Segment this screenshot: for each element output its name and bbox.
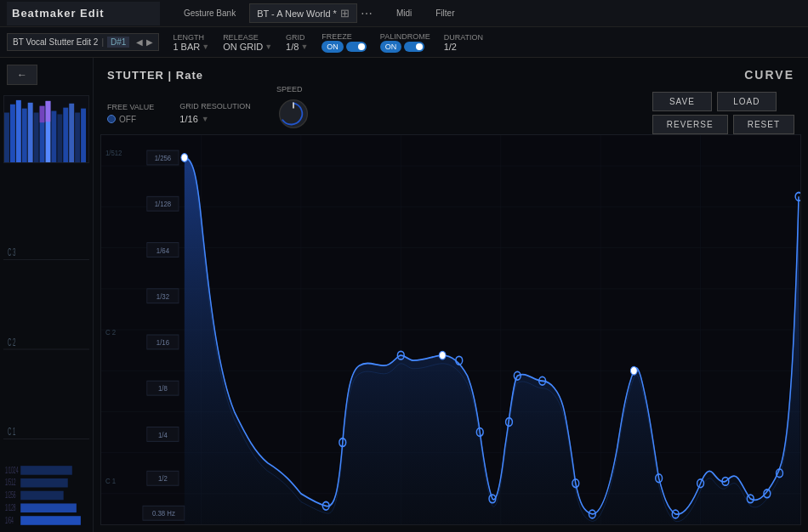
svg-text:C 1: C 1 <box>8 426 16 438</box>
logo-text: Beatmaker Edit <box>12 7 105 20</box>
grid-label: Grid <box>286 33 305 42</box>
stutter-title: STUTTER | Rate <box>107 69 203 82</box>
svg-rect-13 <box>75 113 80 163</box>
preset-name: BT - A New World * <box>257 8 337 19</box>
svg-text:1/16: 1/16 <box>156 337 169 347</box>
free-value-led[interactable] <box>107 115 116 123</box>
svg-text:1/4: 1/4 <box>158 430 168 439</box>
free-value-control: Free value OFF <box>107 103 154 124</box>
length-arrow: ▼ <box>202 42 209 51</box>
top-bar: Beatmaker Edit Gesture Bank BT - A New W… <box>0 0 808 27</box>
freeze-toggle[interactable] <box>346 42 367 52</box>
grid-value: 1/8 <box>286 42 299 52</box>
svg-rect-3 <box>16 100 21 162</box>
grid-resolution-label: Grid resolution <box>179 102 251 110</box>
length-label: Length <box>173 33 204 42</box>
svg-rect-4 <box>22 109 27 162</box>
freeze-block: Freeze ON <box>321 32 367 53</box>
svg-rect-12 <box>69 104 74 162</box>
grid-res-arrow: ▼ <box>202 115 209 123</box>
svg-rect-9 <box>51 111 56 162</box>
svg-rect-2 <box>10 105 15 162</box>
center-graph: STUTTER | Rate CURVE Free value OFF Grid… <box>94 58 808 532</box>
main-area: ← <box>0 58 808 532</box>
track-info: BT Vocal Stutter Edit 2 | D#1 ◀ ▶ <box>7 33 159 51</box>
release-value: ON GRID <box>223 42 263 52</box>
length-block: Length 1 BAR ▼ <box>173 33 209 52</box>
svg-rect-27 <box>20 503 77 512</box>
svg-text:1/256: 1/256 <box>5 490 16 500</box>
svg-rect-24 <box>20 466 72 475</box>
folder-icon: ⊞ <box>340 7 350 20</box>
preset-box[interactable]: BT - A New World * ⊞ <box>249 3 357 23</box>
svg-rect-14 <box>81 109 86 162</box>
length-value: 1 BAR <box>173 42 200 52</box>
svg-rect-1 <box>4 113 9 163</box>
svg-rect-16 <box>46 101 51 122</box>
action-buttons: SAVE LOAD REVERSE RESET <box>652 92 794 134</box>
duration-label: Duration <box>444 33 483 42</box>
svg-rect-15 <box>40 106 45 123</box>
svg-text:1/256: 1/256 <box>155 153 172 162</box>
svg-point-86 <box>630 366 637 375</box>
svg-text:1/128: 1/128 <box>5 503 16 512</box>
svg-rect-5 <box>28 103 33 162</box>
svg-text:1/8: 1/8 <box>158 384 168 393</box>
back-button[interactable]: ← <box>7 65 37 85</box>
speed-label: Speed <box>276 85 310 93</box>
svg-rect-6 <box>34 113 39 163</box>
freeze-value[interactable]: ON <box>321 41 344 53</box>
grid-resolution-control: Grid resolution 1/16 ▼ <box>179 102 251 124</box>
reset-button[interactable]: RESET <box>733 115 794 134</box>
svg-rect-26 <box>20 491 63 501</box>
free-value-label: Free value <box>107 103 154 111</box>
svg-text:1/1024: 1/1024 <box>5 466 19 475</box>
btn-row-top: SAVE LOAD <box>652 92 794 111</box>
release-label: Release <box>223 33 259 42</box>
svg-text:1/512: 1/512 <box>5 478 16 487</box>
duration-value: 1/2 <box>444 42 457 52</box>
second-bar: BT Vocal Stutter Edit 2 | D#1 ◀ ▶ Length… <box>0 27 808 58</box>
palindrome-label: Palindrome <box>380 32 430 41</box>
svg-text:C 2: C 2 <box>105 327 116 337</box>
svg-rect-11 <box>63 108 68 162</box>
svg-text:1/32: 1/32 <box>156 291 169 301</box>
speed-knob[interactable] <box>276 97 310 131</box>
svg-rect-28 <box>20 516 81 525</box>
waveform-preview <box>3 95 89 163</box>
svg-text:0.38 Hz: 0.38 Hz <box>152 509 175 518</box>
svg-text:1/64: 1/64 <box>5 516 14 525</box>
palindrome-value[interactable]: ON <box>380 41 402 53</box>
stutter-header: STUTTER | Rate CURVE <box>94 58 808 92</box>
load-button[interactable]: LOAD <box>717 92 777 111</box>
track-note: D#1 <box>107 37 129 48</box>
prev-track-icon[interactable]: ◀ <box>136 37 143 47</box>
grid-block: Grid 1/8 ▼ <box>286 33 308 52</box>
speed-control: Speed 1 <box>276 85 310 141</box>
freeze-label: Freeze <box>321 32 352 41</box>
release-block: Release ON GRID ▼ <box>223 33 272 52</box>
palindrome-block: Palindrome ON <box>380 32 430 53</box>
grid-svg: 1/512 1/256 1/128 1/64 1/32 1/16 1/8 1/4… <box>101 135 800 524</box>
preset-options-icon[interactable]: ⋯ <box>361 7 373 20</box>
free-value-val: OFF <box>119 115 136 124</box>
duration-block: Duration 1/2 <box>444 33 483 52</box>
graph-area[interactable]: 1/512 1/256 1/128 1/64 1/32 1/16 1/8 1/4… <box>100 134 801 525</box>
save-button[interactable]: SAVE <box>652 92 712 111</box>
filter-label: Filter <box>435 8 454 18</box>
mini-bar-chart: C 3 C 2 C 1 1/1024 1/512 1/256 1/128 1/6… <box>3 170 89 529</box>
reverse-button[interactable]: REVERSE <box>652 115 728 134</box>
svg-rect-10 <box>57 114 62 162</box>
gesture-bank-label: Gesture Bank <box>184 8 236 18</box>
track-name: BT Vocal Stutter Edit 2 <box>13 37 98 47</box>
palindrome-toggle[interactable] <box>404 42 424 52</box>
svg-text:1/2: 1/2 <box>158 474 168 484</box>
next-track-icon[interactable]: ▶ <box>146 37 153 47</box>
preset-area: BT - A New World * ⊞ ⋯ <box>249 3 373 23</box>
svg-text:C 2: C 2 <box>8 336 16 348</box>
btn-row-bottom: REVERSE RESET <box>652 115 794 134</box>
svg-text:C 1: C 1 <box>105 476 116 485</box>
svg-text:1/128: 1/128 <box>155 200 172 209</box>
svg-rect-25 <box>20 478 68 488</box>
svg-text:1/64: 1/64 <box>156 246 169 255</box>
